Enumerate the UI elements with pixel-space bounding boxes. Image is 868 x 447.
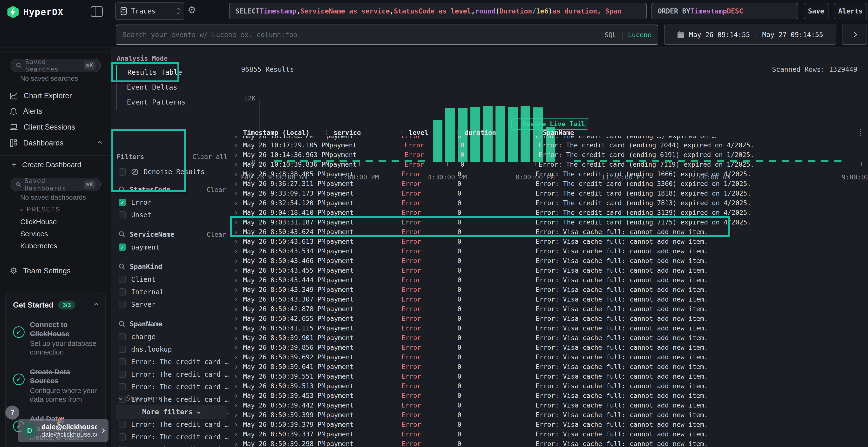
filter-clear-link[interactable]: Clear (207, 186, 227, 194)
row-expand-chevron-icon[interactable]: › (232, 440, 243, 447)
filter-option[interactable]: charge (119, 332, 227, 342)
row-expand-chevron-icon[interactable]: › (232, 353, 243, 361)
table-row[interactable]: ›May 26 10:10:39.836 PMpaymentError0Erro… (232, 160, 866, 169)
checkbox-unchecked[interactable] (119, 211, 126, 218)
row-expand-chevron-icon[interactable]: › (232, 305, 243, 313)
checkbox-unchecked[interactable] (119, 433, 126, 441)
query-language-toggle[interactable]: SQL | Lucene (604, 31, 651, 38)
order-by-input[interactable]: ORDER BY Timestamp DESC (651, 3, 798, 19)
row-expand-chevron-icon[interactable]: › (232, 208, 243, 217)
row-expand-chevron-icon[interactable]: › (232, 334, 243, 342)
filter-option[interactable]: Internal (119, 287, 227, 297)
sql-select-input[interactable]: SELECT Timestamp, ServiceName as service… (229, 3, 647, 19)
row-expand-chevron-icon[interactable]: › (232, 256, 243, 265)
filter-option[interactable]: Error: The credit card … (119, 369, 227, 379)
col-timestamp[interactable]: Timestamp (Local) (243, 129, 326, 136)
table-row[interactable]: ›May 26 8:50:43.466 PMpaymentError0Error… (232, 256, 866, 265)
table-row[interactable]: ›May 26 9:32:54.120 PMpaymentError0Error… (232, 198, 866, 208)
table-row[interactable]: ›May 26 8:50:43.613 PMpaymentError0Error… (232, 237, 866, 246)
row-expand-chevron-icon[interactable]: › (232, 411, 243, 419)
filter-option[interactable]: ✓Error (119, 197, 227, 207)
collapse-get-started-chevron-icon[interactable] (94, 303, 98, 307)
table-row[interactable]: ›May 26 8:50:39.337 PMpaymentError0Error… (232, 429, 866, 439)
row-expand-chevron-icon[interactable]: › (232, 160, 243, 169)
checkbox-unchecked[interactable] (119, 288, 126, 296)
checkbox-unchecked[interactable] (119, 301, 126, 308)
table-row[interactable]: ›May 26 10:14:36.963 PMpaymentError0Erro… (232, 150, 866, 160)
table-row[interactable]: ›May 26 8:50:43.534 PMpaymentError0Error… (232, 246, 866, 256)
col-duration[interactable]: duration (457, 129, 535, 136)
row-expand-chevron-icon[interactable]: › (232, 237, 243, 246)
row-expand-chevron-icon[interactable]: › (232, 401, 243, 409)
filter-option[interactable]: Server (119, 299, 227, 309)
col-level[interactable]: level (401, 129, 457, 136)
table-row[interactable]: ›May 26 8:50:43.444 PMpaymentError0Error… (232, 275, 866, 285)
filter-option[interactable]: Error: The credit card … (119, 357, 227, 367)
row-expand-chevron-icon[interactable]: › (232, 324, 243, 332)
table-row[interactable]: ›May 26 8:50:39.856 PMpaymentError0Error… (232, 342, 866, 352)
filter-option[interactable]: Unset (119, 210, 227, 220)
app-logo[interactable]: HyperDX (7, 6, 63, 18)
sidebar-item-client-sessions[interactable]: Client Sessions (0, 123, 111, 132)
source-settings-gear-icon[interactable]: ⚙ (188, 4, 196, 15)
row-expand-chevron-icon[interactable]: › (232, 179, 243, 188)
row-expand-chevron-icon[interactable]: › (232, 295, 243, 304)
filter-option[interactable]: Client (119, 274, 227, 284)
checkbox-unchecked[interactable] (119, 333, 126, 340)
help-button[interactable]: ? (5, 406, 19, 419)
table-row[interactable]: ›May 26 9:36:27.311 PMpaymentError0Error… (232, 179, 866, 188)
table-row[interactable]: ›May 26 8:50:43.307 PMpaymentError0Error… (232, 294, 866, 304)
table-row[interactable]: ›May 26 8:50:43.455 PMpaymentError0Error… (232, 265, 866, 275)
table-row[interactable]: ›May 26 8:50:39.399 PMpaymentError0Error… (232, 410, 866, 419)
presets-section[interactable]: PRESETS (20, 206, 60, 213)
checkbox-unchecked[interactable] (119, 371, 126, 378)
get-started-step[interactable]: ✓ Connect to ClickHouse Set up your data… (13, 320, 98, 357)
more-filters-button[interactable]: More filters (116, 405, 227, 419)
table-row[interactable]: ›May 26 9:48:38.405 PMpaymentError0Error… (232, 169, 866, 179)
run-query-button[interactable] (842, 25, 867, 45)
table-row[interactable]: ›May 26 8:50:39.692 PMpaymentError0Error… (232, 352, 866, 362)
preset-services[interactable]: Services (20, 230, 48, 238)
preset-clickhouse[interactable]: ClickHouse (20, 218, 57, 226)
column-resize-handle[interactable] (326, 130, 327, 135)
mode-event-patterns[interactable]: Event Patterns (116, 95, 186, 110)
col-service[interactable]: service (326, 129, 401, 136)
filter-clear-link[interactable]: Clear (207, 231, 227, 238)
checkbox-unchecked[interactable] (119, 358, 126, 365)
table-row[interactable]: ›May 26 8:50:39.379 PMpaymentError0Error… (232, 419, 866, 429)
row-expand-chevron-icon[interactable]: › (232, 314, 243, 323)
checkbox-checked[interactable]: ✓ (119, 199, 126, 206)
table-row[interactable]: ›May 26 8:50:43.349 PMpaymentError0Error… (232, 285, 866, 294)
row-expand-chevron-icon[interactable]: › (232, 247, 243, 255)
row-expand-chevron-icon[interactable]: › (232, 285, 243, 294)
create-dashboard-button[interactable]: + Create Dashboard (0, 160, 111, 169)
resume-live-tail-button[interactable]: ⚡ Resume Live Tail (511, 118, 588, 130)
row-expand-chevron-icon[interactable]: › (232, 372, 243, 381)
row-expand-chevron-icon[interactable]: › (232, 276, 243, 284)
table-row[interactable]: ›May 26 8:50:39.551 PMpaymentError0Error… (232, 371, 866, 381)
checkbox-unchecked[interactable] (119, 383, 126, 390)
filter-option[interactable]: dns.lookup (119, 344, 227, 354)
column-resize-handle[interactable] (401, 130, 402, 135)
row-expand-chevron-icon[interactable]: › (232, 170, 243, 178)
table-row[interactable]: ›May 26 8:50:42.878 PMpaymentError0Error… (232, 304, 866, 314)
row-expand-chevron-icon[interactable]: › (232, 199, 243, 207)
collapse-dashboards-chevron-icon[interactable] (97, 141, 102, 145)
filter-option[interactable]: Error: The credit card … (119, 444, 227, 447)
checkbox-unchecked[interactable] (119, 276, 126, 283)
sidebar-item-chart-explorer[interactable]: Chart Explorer (0, 92, 111, 100)
clear-all-link[interactable]: Clear all (192, 153, 227, 161)
table-row[interactable]: ›May 26 8:50:39.513 PMpaymentError0Error… (232, 381, 866, 391)
date-range-picker[interactable]: May 26 09:14:55 - May 27 09:14:55 (664, 25, 836, 45)
row-expand-chevron-icon[interactable]: › (232, 391, 243, 400)
table-row[interactable]: ›May 26 9:33:09.173 PMpaymentError0Error… (232, 188, 866, 198)
save-button[interactable]: Save (804, 3, 829, 19)
checkbox-unchecked[interactable] (119, 421, 126, 428)
table-row[interactable]: ›May 26 10:17:29.105 PMpaymentError0Erro… (232, 140, 866, 150)
user-account-chip[interactable]: D dale@clickhouse.com dale@clickhouse.co… (18, 419, 108, 442)
show-more-link[interactable]: Show more (119, 394, 163, 402)
sidebar-collapse-icon[interactable] (91, 6, 103, 17)
table-row[interactable]: ›May 26 8:50:39.442 PMpaymentError0Error… (232, 400, 866, 410)
table-row[interactable]: ›May 26 8:50:39.641 PMpaymentError0Error… (232, 362, 866, 371)
filter-option[interactable]: ✓payment (119, 242, 227, 252)
